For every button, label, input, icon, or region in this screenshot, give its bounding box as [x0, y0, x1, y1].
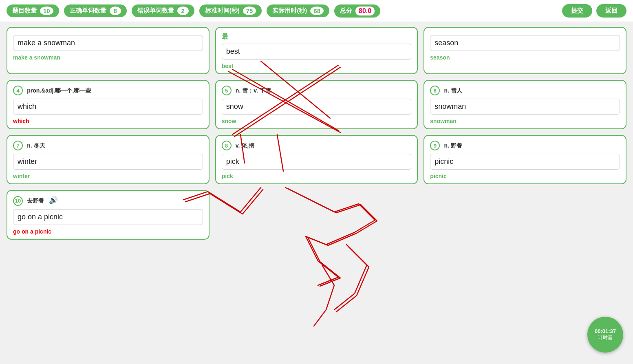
stat-total-questions: 题目数量 10: [7, 4, 59, 17]
partial-input-3[interactable]: [430, 35, 620, 51]
stat-total-score: 总分 80.0: [334, 4, 380, 18]
card-8: 8 v. 采,摘 pick: [215, 135, 418, 184]
card-header-5: 5 n. 雪；v. 下雪: [222, 86, 412, 95]
main-content: make a snowman 最 best season 4 pron.&adj…: [0, 22, 633, 245]
top-bar-actions: 提交 返回: [562, 4, 626, 18]
card-answer-9: picnic: [430, 172, 620, 179]
stat-correct-words: 正确单词数量 8: [64, 4, 127, 17]
card-input-10[interactable]: [13, 209, 203, 225]
card-input-7[interactable]: [13, 154, 203, 170]
partial-input-1[interactable]: [13, 35, 203, 51]
stat-value: 10: [40, 7, 53, 15]
stat-label: 错误单词数量: [137, 7, 174, 15]
card-7: 7 n. 冬天 winter: [7, 135, 210, 184]
partial-card-1: make a snowman: [7, 27, 210, 74]
stat-value: 2: [177, 7, 189, 15]
stat-label: 总分: [340, 7, 352, 15]
card-num-5: 5: [222, 86, 232, 95]
stat-value: 80.0: [355, 7, 375, 15]
partial-card-3: season: [423, 27, 626, 74]
top-bar: 题目数量 10 正确单词数量 8 错误单词数量 2 标准时间(秒) 75 实际用…: [0, 0, 633, 22]
card-header-7: 7 n. 冬天: [13, 141, 203, 150]
card-pos-8: v. 采,摘: [236, 142, 254, 149]
timer-time: 00:01:37: [595, 328, 616, 334]
card-pos-10: 去野餐: [27, 197, 44, 204]
card-pos-7: n. 冬天: [27, 142, 45, 149]
card-5: 5 n. 雪；v. 下雪 snow: [215, 80, 418, 129]
card-header-9: 9 n. 野餐: [430, 141, 620, 150]
card-pos-4: pron.&adj.哪一个,哪一些: [27, 87, 91, 94]
card-input-6[interactable]: [430, 99, 620, 115]
partial-card-2: 最 best: [215, 27, 418, 74]
card-header-10: 10 去野餐 🔊: [13, 196, 203, 206]
stat-label: 正确单词数量: [70, 7, 106, 15]
card-10: 10 去野餐 🔊 go on a picnic: [7, 190, 210, 240]
card-answer-6: snowman: [430, 117, 620, 124]
card-pos-9: n. 野餐: [444, 142, 462, 149]
stat-value: 68: [310, 7, 324, 15]
card-pos-6: n. 雪人: [444, 87, 462, 94]
timer-widget: 00:01:37 计时器: [587, 317, 623, 353]
card-answer-4: which: [13, 117, 203, 124]
card-num-8: 8: [222, 141, 232, 150]
audio-icon[interactable]: 🔊: [49, 196, 58, 204]
card-answer-5: snow: [222, 117, 412, 124]
card-input-5[interactable]: [222, 99, 412, 115]
card-6: 6 n. 雪人 snowman: [423, 80, 626, 129]
card-pos-5: n. 雪；v. 下雪: [236, 87, 271, 94]
card-num-4: 4: [13, 86, 23, 95]
stat-standard-time: 标准时间(秒) 75: [199, 4, 262, 17]
card-num-9: 9: [430, 141, 440, 150]
partial-answer-3: season: [430, 53, 620, 61]
back-button[interactable]: 返回: [596, 4, 626, 18]
card-num-7: 7: [13, 141, 23, 150]
stat-label: 题目数量: [12, 7, 37, 15]
stat-value: 75: [243, 7, 256, 15]
submit-button[interactable]: 提交: [562, 4, 592, 18]
stat-label: 实际用时(秒): [272, 7, 307, 15]
card-input-8[interactable]: [222, 154, 412, 170]
card-answer-8: pick: [222, 172, 412, 179]
stat-label: 标准时间(秒): [205, 7, 240, 15]
card-header-8: 8 v. 采,摘: [222, 141, 412, 150]
card-header-4: 4 pron.&adj.哪一个,哪一些: [13, 86, 203, 95]
partial-input-2[interactable]: [222, 44, 412, 60]
card-answer-10: go on a picnic: [13, 227, 203, 235]
card-answer-7: winter: [13, 172, 203, 179]
partial-answer-1: make a snowman: [13, 53, 203, 61]
card-input-4[interactable]: [13, 99, 203, 115]
card-4: 4 pron.&adj.哪一个,哪一些 which: [7, 80, 210, 129]
partial-hint-2: 最: [222, 33, 412, 41]
card-header-6: 6 n. 雪人: [430, 86, 620, 95]
stat-value: 8: [110, 7, 121, 15]
card-num-6: 6: [430, 86, 440, 95]
stat-wrong-words: 错误单词数量 2: [132, 4, 194, 17]
partial-answer-2: best: [222, 62, 412, 69]
card-9: 9 n. 野餐 picnic: [423, 135, 626, 184]
card-input-9[interactable]: [430, 154, 620, 170]
timer-label: 计时器: [598, 334, 613, 341]
card-num-10: 10: [13, 196, 23, 206]
stat-actual-time: 实际用时(秒) 68: [267, 4, 329, 17]
